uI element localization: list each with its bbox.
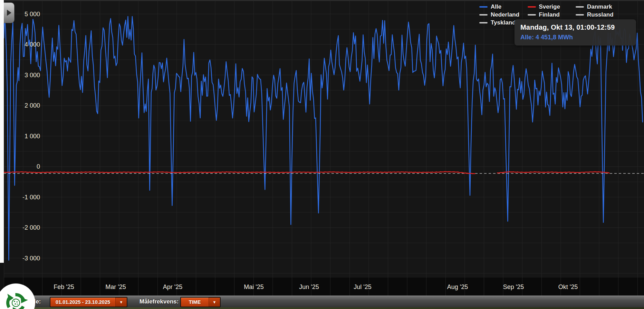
legend-item-label: Sverige: [539, 3, 560, 10]
tooltip-title: Mandag, Okt 13, 01:00-12:59: [520, 23, 630, 31]
bottom-toolbar: speriode: 01.01.2025 - 23.10.2025 ▼ Måle…: [0, 296, 644, 307]
legend-item-russland[interactable]: Russland: [576, 11, 614, 18]
x-axis-label: Mar '25: [105, 283, 126, 290]
x-axis-label: Okt '25: [558, 283, 578, 290]
dropdown-arrow-icon: ▼: [119, 300, 123, 304]
legend-item-alle[interactable]: Alle: [479, 3, 501, 10]
y-axis-label: -3 000: [22, 255, 40, 262]
dropdown-arrow-icon: ▼: [213, 300, 217, 304]
x-axis-label: Feb '25: [54, 283, 74, 290]
y-axis-label: -2 000: [22, 224, 40, 231]
x-axis-label: Sep '25: [503, 283, 524, 290]
legend-item-label: Nederland: [491, 11, 519, 18]
legend-swatch-icon: [528, 14, 536, 16]
legend-item-sverige[interactable]: Sverige: [528, 3, 560, 10]
frequency-dropdown-arrow[interactable]: ▼: [209, 298, 220, 307]
y-axis-label: 4 000: [25, 41, 40, 48]
legend-item-danmark[interactable]: Danmark: [576, 3, 612, 10]
x-axis-label: Jun '25: [299, 283, 319, 290]
legend-swatch-icon: [479, 22, 488, 23]
recycle-logo-icon: [2, 289, 30, 309]
legend-swatch-icon: [528, 6, 536, 8]
legend-item-label: Tyskland: [491, 19, 516, 26]
top-border-strip: [4, 0, 644, 1]
y-axis-label: -1 000: [22, 194, 40, 201]
legend-item-finland[interactable]: Finland: [528, 11, 560, 18]
page-left-edge: [0, 0, 4, 263]
app-screen: 5 0004 0003 0002 0001 0000-1 000-2 000-3…: [0, 0, 644, 309]
frequency-select-button[interactable]: TIME ▼: [180, 297, 221, 307]
legend-item-label: Alle: [491, 3, 501, 10]
x-axis-label: Apr '25: [163, 283, 182, 290]
expand-arrow-icon: [7, 10, 11, 16]
y-axis-label: 1 000: [25, 133, 40, 140]
page-background-strip: [0, 307, 644, 309]
period-select-value: 01.01.2025 - 23.10.2025: [50, 298, 115, 307]
y-axis-label: 5 000: [25, 11, 40, 18]
legend-item-label: Finland: [539, 11, 560, 18]
legend-swatch-icon: [479, 6, 488, 8]
y-axis-label: 2 000: [25, 102, 40, 109]
legend-item-nederland[interactable]: Nederland: [479, 11, 519, 18]
legend-item-tyskland[interactable]: Tyskland: [479, 19, 516, 26]
legend-swatch-icon: [576, 14, 584, 16]
x-axis-label: Mai '25: [244, 283, 263, 290]
legend-swatch-icon: [479, 14, 488, 16]
chart-tooltip: Mandag, Okt 13, 01:00-12:59 Alle: 4 451,…: [515, 19, 636, 46]
legend-item-label: Russland: [587, 11, 614, 18]
period-dropdown-arrow[interactable]: ▼: [115, 298, 127, 307]
legend-item-label: Danmark: [587, 3, 612, 10]
panel-expander-button[interactable]: [4, 2, 15, 23]
x-axis-label: Aug '25: [447, 283, 468, 290]
legend-swatch-icon: [576, 6, 584, 8]
period-select-button[interactable]: 01.01.2025 - 23.10.2025 ▼: [50, 297, 127, 307]
y-axis-label: 0: [37, 163, 40, 170]
x-axis-label: Jul '25: [354, 283, 371, 290]
tooltip-value: Alle: 4 451,8 MWh: [520, 34, 630, 41]
y-axis-label: 3 000: [25, 72, 40, 79]
frequency-select-value: TIME: [181, 298, 209, 307]
frequency-label: Målefrekvens:: [140, 296, 179, 307]
